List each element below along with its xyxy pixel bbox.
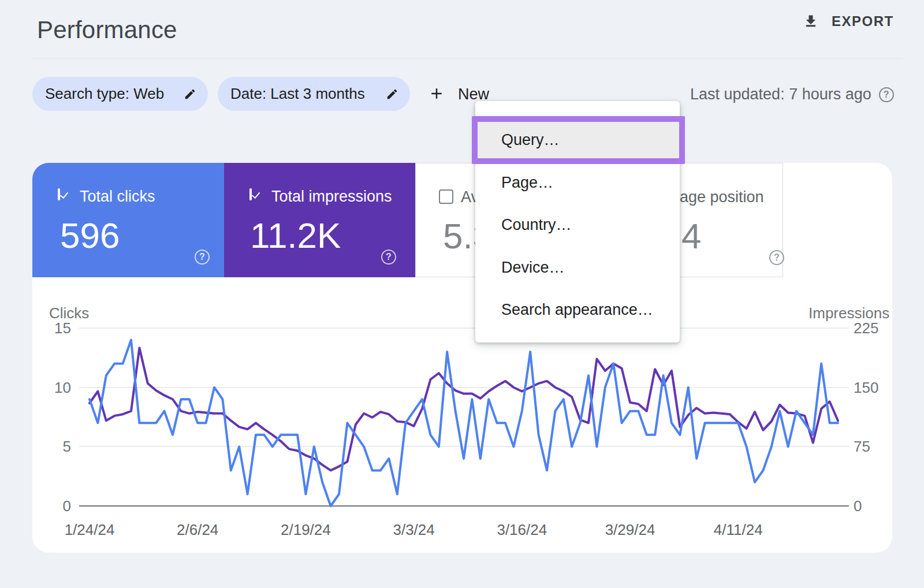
total-impressions-label: Total impressions	[271, 188, 392, 206]
left-axis-tick: 5	[36, 439, 71, 454]
x-axis-date-label: 3/16/24	[497, 521, 547, 539]
export-button[interactable]: EXPORT	[803, 13, 894, 30]
x-axis-date-label: 3/3/24	[393, 521, 434, 539]
last-updated-text: Last updated: 7 hours ago	[690, 85, 871, 103]
help-icon[interactable]: ?	[381, 250, 396, 265]
plus-icon	[428, 85, 445, 104]
edit-pencil-icon[interactable]	[184, 88, 196, 101]
x-axis-date-label: 1/24/24	[65, 521, 115, 539]
page-title: Performance	[37, 16, 177, 44]
x-axis-date-label: 4/11/24	[714, 521, 763, 539]
left-axis-tick: 0	[36, 498, 71, 513]
date-chip-label: Date: Last 3 months	[230, 85, 365, 103]
menu-item-query[interactable]: Query…	[475, 122, 680, 158]
export-label: EXPORT	[832, 13, 894, 29]
header-divider	[32, 58, 903, 59]
search-type-chip-label: Search type: Web	[45, 85, 164, 103]
left-axis-tick: 15	[36, 321, 71, 336]
right-axis-tick: 150	[854, 380, 878, 395]
gridline	[79, 387, 849, 388]
download-icon	[803, 13, 819, 30]
right-axis-tick: 225	[854, 321, 878, 336]
left-axis-tick: 10	[36, 380, 71, 395]
average-position-value: 4	[681, 215, 701, 256]
average-position-label: age position	[680, 188, 764, 206]
help-icon[interactable]: ?	[879, 87, 894, 102]
menu-item-country[interactable]: Country…	[475, 207, 680, 243]
x-axis-date-label: 3/29/24	[605, 521, 655, 539]
right-axis-tick: 75	[854, 439, 870, 454]
help-icon[interactable]: ?	[769, 250, 784, 265]
menu-item-page[interactable]: Page…	[475, 165, 680, 201]
menu-item-search-appearance[interactable]: Search appearance…	[475, 292, 680, 328]
checkmark-icon	[60, 190, 68, 199]
help-icon[interactable]: ?	[195, 250, 210, 265]
new-button-label: New	[458, 85, 489, 103]
x-axis-line	[79, 505, 849, 507]
edit-pencil-icon[interactable]	[386, 88, 398, 101]
total-impressions-value: 11.2K	[250, 215, 341, 256]
total-impressions-card[interactable]: Total impressions 11.2K ?	[224, 163, 415, 277]
total-clicks-label: Total clicks	[80, 188, 155, 206]
gridline	[79, 328, 849, 329]
x-axis-date-label: 2/19/24	[281, 521, 331, 539]
menu-item-device[interactable]: Device…	[475, 250, 680, 286]
total-clicks-value: 596	[60, 215, 120, 256]
new-filter-dropdown-menu: Query…Page…Country…Device…Search appeara…	[475, 101, 680, 343]
average-ctr-checkbox[interactable]	[439, 189, 453, 204]
date-filter-chip[interactable]: Date: Last 3 months	[218, 77, 410, 111]
search-type-chip[interactable]: Search type: Web	[32, 77, 208, 111]
last-updated-status: Last updated: 7 hours ago ?	[690, 85, 894, 103]
right-axis-tick: 0	[854, 498, 862, 513]
x-axis-date-label: 2/6/24	[177, 521, 218, 539]
checkmark-icon	[252, 190, 260, 199]
total-clicks-card[interactable]: Total clicks 596 ?	[32, 163, 224, 277]
total-impressions-checkbox[interactable]	[249, 188, 252, 200]
total-clicks-checkbox[interactable]	[58, 188, 60, 200]
gridline	[79, 446, 849, 447]
